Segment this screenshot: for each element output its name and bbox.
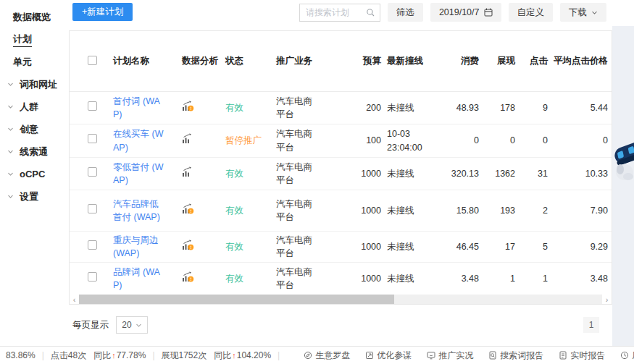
- column-header-cost: 消费: [443, 55, 479, 67]
- scroll-right-arrow-icon[interactable]: ›: [602, 295, 612, 304]
- clicks-cell: 5: [515, 240, 548, 253]
- table-row: 在线买车 (WAP) 暂停推广 汽车电商平台 100 10-03 23:04:0…: [70, 124, 612, 158]
- plan-name-link[interactable]: 首付词 (WAP): [113, 96, 160, 119]
- row-checkbox[interactable]: [88, 101, 97, 111]
- business-cell: 汽车电商平台: [269, 95, 349, 121]
- data-analysis-chart-icon[interactable]: [182, 240, 194, 250]
- history-log-link[interactable]: 历史操作记录: [620, 350, 634, 362]
- search-icon[interactable]: [366, 8, 375, 17]
- cost-cell: 320.13: [443, 167, 479, 180]
- business-cell: 汽车电商平台: [269, 198, 349, 224]
- sidebar-item-data-overview[interactable]: 数据概览: [0, 6, 69, 28]
- optimize-icon: [365, 351, 374, 360]
- clicks-cell: 31: [515, 167, 548, 180]
- status-badge: 暂停推广: [225, 135, 262, 145]
- scrollbar-thumb[interactable]: [79, 295, 394, 304]
- row-checkbox[interactable]: [88, 134, 97, 143]
- sidebar-item-settings[interactable]: 设置: [0, 185, 69, 208]
- business-compass-link[interactable]: 生意罗盘: [304, 350, 350, 362]
- chevron-down-icon: [7, 81, 14, 88]
- date-picker-button[interactable]: 2019/10/7: [430, 3, 501, 22]
- data-analysis-chart-icon[interactable]: [182, 133, 194, 144]
- table-row: 零低首付 (WAP) 有效 汽车电商平台 1000 未撞线 320.13 136…: [70, 158, 612, 190]
- cost-cell: 15.80: [443, 204, 479, 217]
- toolbar: +新建计划 筛选 2019/10/7 自定义 下载: [69, 0, 612, 30]
- toolbar-right-group: 筛选 2019/10/7 自定义 下载: [299, 3, 606, 22]
- new-plan-button[interactable]: +新建计划: [72, 3, 133, 21]
- stat-clicks: 点击48次: [51, 350, 86, 362]
- row-checkbox[interactable]: [88, 240, 97, 250]
- assistant-robot-mascot[interactable]: [612, 139, 634, 182]
- cost-cell: 0: [443, 134, 479, 147]
- stat-percentage: 83.86%: [6, 350, 36, 360]
- row-checkbox[interactable]: [88, 272, 97, 282]
- row-checkbox[interactable]: [88, 167, 97, 177]
- impressions-cell: 17: [479, 240, 515, 253]
- clicks-cell: 0: [515, 134, 548, 147]
- latest-line-cell: 未撞线: [381, 240, 443, 253]
- row-checkbox[interactable]: [88, 204, 97, 213]
- table-row: 重庆与周边 (WAP) 有效 汽车电商平台 1000 未撞线 46.45 17 …: [70, 232, 612, 263]
- plan-name-link[interactable]: 重庆与周边 (WAP): [113, 235, 159, 258]
- pagination-bar: 每页显示 20 1: [69, 314, 612, 336]
- avg-cpc-cell: 7.90: [548, 204, 613, 217]
- budget-cell: 1000: [349, 204, 381, 217]
- impressions-cell: 0: [479, 134, 515, 147]
- budget-cell: 200: [349, 101, 381, 114]
- statusbar-menu: 生意罗盘 优化参谋 推广实况 搜索词报告 实时报告 历史操作记录: [304, 350, 634, 362]
- main-content: +新建计划 筛选 2019/10/7 自定义 下载: [69, 0, 612, 30]
- realtime-report-link[interactable]: 实时报告: [559, 350, 605, 362]
- scroll-left-arrow-icon[interactable]: ‹: [70, 295, 79, 304]
- business-cell: 汽车电商平台: [269, 127, 349, 153]
- plan-name-link[interactable]: 零低首付 (WAP): [113, 162, 163, 185]
- column-header-clicks: 点击: [515, 55, 548, 67]
- search-box: [299, 4, 380, 22]
- page-number-button[interactable]: 1: [583, 317, 599, 333]
- sidebar-item-creatives[interactable]: 创意: [0, 118, 69, 140]
- scrollbar-track[interactable]: [79, 295, 602, 304]
- table-row: 首付词 (WAP) 有效 汽车电商平台 200 未撞线 48.93 178 9 …: [70, 92, 612, 124]
- impressions-cell: 193: [479, 204, 515, 217]
- sidebar-item-audience[interactable]: 人群: [0, 96, 69, 118]
- sidebar-item-plans[interactable]: 计划: [0, 28, 69, 51]
- avg-cpc-cell: 9.29: [548, 240, 613, 253]
- column-header-latest-line: 最新撞线: [381, 55, 443, 67]
- search-term-report-link[interactable]: 搜索词报告: [488, 350, 543, 362]
- search-input[interactable]: [306, 7, 366, 17]
- plan-name-link[interactable]: 在线买车 (WAP): [113, 129, 163, 152]
- cost-cell: 3.48: [443, 272, 479, 285]
- up-arrow-icon: ↑: [232, 351, 236, 360]
- sidebar-item-units[interactable]: 单元: [0, 51, 69, 73]
- per-page-select[interactable]: 20: [116, 316, 148, 334]
- optimize-advisor-link[interactable]: 优化参谋: [365, 350, 412, 362]
- clicks-cell: 9: [515, 101, 548, 114]
- select-all-checkbox[interactable]: [88, 56, 97, 65]
- plan-name-link[interactable]: 汽车品牌低首付 (WAP): [113, 199, 160, 222]
- chevron-down-icon: [7, 126, 14, 132]
- cost-cell: 46.45: [443, 240, 479, 253]
- status-badge: 有效: [225, 206, 243, 216]
- column-header-data-analysis: 数据分析: [175, 55, 218, 67]
- budget-cell: 1000: [349, 167, 381, 180]
- promotion-live-link[interactable]: 推广实况: [427, 350, 473, 362]
- filter-button[interactable]: 筛选: [388, 3, 423, 22]
- latest-line-cell: 10-03 23:04:00: [381, 127, 443, 153]
- stat-yoy-clicks: 同比↑77.78%: [93, 350, 146, 362]
- data-analysis-chart-icon[interactable]: [182, 166, 194, 177]
- custom-button[interactable]: 自定义: [509, 3, 554, 22]
- data-analysis-chart-icon[interactable]: [182, 271, 194, 282]
- table-header-row: 计划名称 数据分析 状态 推广业务 预算 最新撞线 消费 展现 点击 平均点击价…: [70, 31, 612, 92]
- sidebar-item-ocpc[interactable]: oCPC: [0, 163, 69, 185]
- download-button[interactable]: 下载: [560, 3, 606, 22]
- sidebar-item-leads[interactable]: 线索通: [0, 140, 69, 163]
- calendar-icon: [484, 8, 493, 17]
- avg-cpc-cell: 10.33: [548, 167, 613, 180]
- sidebar-item-keywords-urls[interactable]: 词和网址: [0, 73, 69, 96]
- chevron-down-icon: [591, 9, 598, 16]
- data-analysis-chart-icon[interactable]: [182, 203, 194, 214]
- plan-name-link[interactable]: 品牌词 (WAP): [113, 267, 160, 290]
- data-analysis-chart-icon[interactable]: [182, 101, 194, 111]
- impressions-cell: 1: [479, 272, 515, 285]
- table-row: 汽车品牌低首付 (WAP) 有效 汽车电商平台 1000 未撞线 15.80 1…: [70, 190, 612, 232]
- budget-cell: 1000: [349, 272, 381, 285]
